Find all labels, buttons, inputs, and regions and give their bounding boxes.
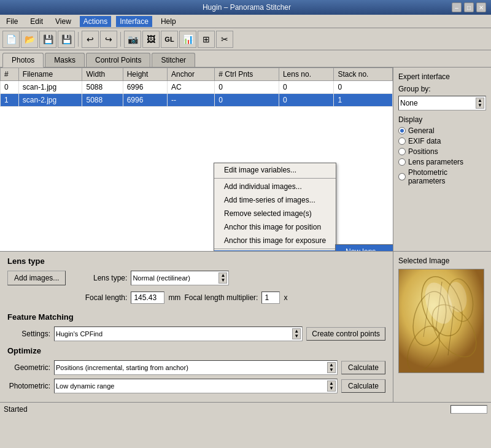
radio-lens-params-dot — [398, 158, 406, 166]
tab-masks[interactable]: Masks — [45, 53, 85, 67]
close-button[interactable]: ✕ — [476, 2, 486, 12]
photos-table-area[interactable]: # Filename Width Height Anchor # Ctrl Pn… — [0, 68, 393, 251]
ctx-edit-image-vars[interactable]: Edit image variables... — [214, 163, 336, 177]
context-menu-overlay: Edit image variables... Add individual i… — [0, 68, 393, 251]
tab-photos[interactable]: Photos — [2, 53, 44, 68]
ctx-anchor-position[interactable]: Anchor this image for position — [214, 220, 336, 234]
multiplier-label: Focal length multiplier: — [184, 293, 258, 302]
save-button[interactable]: 💾 — [39, 31, 56, 48]
app-title: Hugin – Panorama Stitcher — [42, 3, 452, 12]
radio-positions-dot — [398, 148, 406, 155]
multiplier-unit: x — [284, 293, 287, 302]
status-progress-bar — [450, 405, 487, 414]
focal-length-input[interactable] — [131, 292, 164, 304]
add-images-button[interactable]: Add images... — [7, 271, 66, 285]
separator-2 — [120, 32, 121, 47]
menu-bar: File Edit View Actions Interface Help — [0, 15, 491, 28]
left-bottom-panel: Lens type Add images... Lens type: Norma… — [0, 252, 393, 402]
menu-actions[interactable]: Actions — [80, 16, 111, 27]
multiplier-input[interactable] — [261, 292, 280, 304]
gl-button[interactable]: GL — [161, 31, 178, 48]
tab-bar: Photos Masks Control Points Stitcher — [0, 50, 491, 67]
radio-exif-dot — [398, 137, 406, 145]
ctx-remove-selected[interactable]: Remove selected image(s) — [214, 207, 336, 220]
photometric-calculate-button[interactable]: Calculate — [341, 379, 385, 393]
maximize-button[interactable]: □ — [464, 2, 474, 12]
radio-lens-params[interactable]: Lens parameters — [398, 158, 486, 166]
menu-file[interactable]: File — [2, 16, 21, 27]
selected-image-preview — [398, 269, 484, 373]
menu-edit[interactable]: Edit — [26, 16, 47, 27]
optimize-title: Optimize — [7, 346, 385, 355]
feature-matching-title: Feature Matching — [7, 312, 385, 322]
radio-general-dot — [398, 127, 406, 134]
menu-view[interactable]: View — [52, 16, 75, 27]
add-image-button[interactable]: 🖼 — [142, 31, 160, 48]
right-panel: Expert interface Group by: None ▲ ▼ Disp… — [393, 68, 491, 251]
geometric-select[interactable]: Positions (incremental, starting from an… — [54, 360, 338, 375]
separator-1 — [78, 32, 79, 47]
add-photo-button[interactable]: 📷 — [124, 31, 141, 48]
lens-type-row: Lens type: Normal (rectilinear) ▲ ▼ — [72, 271, 287, 285]
geometric-label: Geometric: — [7, 363, 50, 372]
ctx-add-time-series[interactable]: Add time-series of images... — [214, 193, 336, 207]
grid-button[interactable]: ⊞ — [198, 31, 215, 48]
radio-photometric[interactable]: Photometric parameters — [398, 168, 486, 185]
status-bar: Started — [0, 402, 491, 415]
redo-button[interactable]: ↪ — [100, 31, 117, 48]
context-menu: Edit image variables... Add individual i… — [214, 163, 336, 251]
focal-length-row: Focal length: mm Focal length multiplier… — [72, 292, 287, 304]
radio-positions[interactable]: Positions — [398, 147, 486, 156]
group-by-select[interactable]: None ▲ ▼ — [398, 96, 486, 110]
geometric-row: Geometric: Positions (incremental, start… — [7, 360, 385, 375]
toolbar: 📄 📂 💾 💾 ↩ ↪ 📷 🖼 GL 📊 ⊞ ✂ — [0, 28, 491, 50]
ctx-sep-2 — [214, 249, 336, 249]
status-text: Started — [4, 405, 28, 414]
stitch-button[interactable]: ✂ — [216, 31, 233, 48]
feature-matching-section: Feature Matching Settings: Hugin's CPFin… — [7, 312, 385, 341]
bottom-area: Lens type Add images... Lens type: Norma… — [0, 251, 491, 402]
interface-mode-label: Expert interface — [398, 72, 486, 81]
save-as-button[interactable]: 💾 — [58, 31, 75, 48]
ctx-anchor-exposure[interactable]: Anchor this image for exposure — [214, 234, 336, 247]
submenu-new-lens[interactable]: New lens — [336, 245, 393, 251]
display-label: Display — [398, 115, 486, 124]
pano-button[interactable]: 📊 — [179, 31, 196, 48]
radio-photometric-dot — [398, 173, 406, 180]
group-by-label: Group by: — [398, 85, 486, 93]
menu-help[interactable]: Help — [157, 16, 180, 27]
minimize-button[interactable]: – — [452, 2, 462, 12]
menu-interface[interactable]: Interface — [116, 16, 152, 27]
ctx-sep-1 — [214, 178, 336, 179]
display-radio-group: General EXIF data Positions Lens paramet… — [398, 126, 486, 185]
leaf-svg — [399, 269, 484, 373]
lens-type-title: Lens type — [7, 257, 385, 266]
photometric-label: Photometric: — [7, 382, 50, 390]
undo-button[interactable]: ↩ — [82, 31, 99, 48]
photometric-row: Photometric: Low dynamic range ▲ ▼ Calcu… — [7, 379, 385, 393]
feature-matching-settings-row: Settings: Hugin's CPFind ▲ ▼ Create cont… — [7, 326, 385, 341]
ctx-lens[interactable]: Lens ▶ — [214, 250, 336, 251]
open-button[interactable]: 📂 — [21, 31, 38, 48]
create-control-points-button[interactable]: Create control points — [306, 327, 385, 341]
settings-label: Settings: — [7, 330, 50, 338]
geometric-calculate-button[interactable]: Calculate — [341, 361, 385, 374]
cpfind-select[interactable]: Hugin's CPFind ▲ ▼ — [54, 326, 303, 341]
optimize-section: Optimize Geometric: Positions (increment… — [7, 346, 385, 393]
lens-type-label: Lens type: — [72, 274, 127, 282]
lens-type-select[interactable]: Normal (rectilinear) ▲ ▼ — [131, 271, 229, 285]
radio-general[interactable]: General — [398, 126, 486, 135]
tab-stitcher[interactable]: Stitcher — [152, 53, 195, 67]
focal-length-label: Focal length: — [72, 293, 127, 302]
lens-submenu: New lens Load lens from ini file Load le… — [335, 244, 393, 251]
radio-exif[interactable]: EXIF data — [398, 137, 486, 145]
title-bar: Hugin – Panorama Stitcher – □ ✕ — [0, 0, 491, 15]
new-button[interactable]: 📄 — [2, 31, 20, 48]
ctx-add-individual[interactable]: Add individual images... — [214, 180, 336, 193]
selected-image-panel: Selected Image — [393, 252, 491, 402]
focal-length-unit: mm — [168, 293, 180, 302]
photometric-select[interactable]: Low dynamic range ▲ ▼ — [54, 379, 338, 393]
main-area: # Filename Width Height Anchor # Ctrl Pn… — [0, 67, 491, 251]
tab-control-points[interactable]: Control Points — [86, 53, 150, 67]
selected-image-title: Selected Image — [398, 257, 486, 265]
